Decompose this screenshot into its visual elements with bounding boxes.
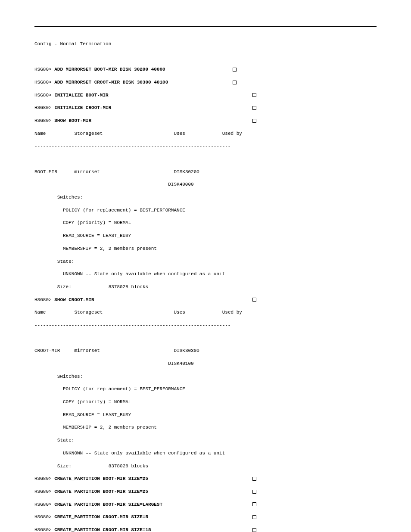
checkbox-icon: [252, 515, 256, 519]
sw-read: READ_SOURCE = LEAST_BUSY: [63, 233, 131, 238]
col-name: Name: [34, 131, 46, 136]
state-hdr: State:: [57, 259, 75, 264]
size-hdr: Size:: [57, 284, 72, 289]
separator: ----------------------------------------…: [34, 322, 377, 329]
cmd-show-boot: SHOW BOOT-MIR: [54, 118, 91, 123]
checkbox-icon: [252, 502, 256, 506]
cmd-init-croot: INITIALIZE CROOT-MIR: [54, 105, 111, 110]
croot-disk2: DISK40100: [168, 361, 193, 366]
checkbox-icon: [233, 68, 237, 72]
switches-hdr: Switches:: [57, 195, 83, 200]
checkbox-icon: [252, 477, 256, 481]
boot-disk1: DISK30200: [174, 169, 199, 174]
col-uses: Uses: [174, 131, 185, 136]
cmd-cp-croot5: CREATE_PARTITION CROOT-MIR SIZE=5: [54, 514, 148, 520]
croot-disk1: DISK30300: [174, 348, 199, 353]
size-val: 8378028 blocks: [109, 284, 148, 289]
cmd-add-boot: ADD MIRRORSET BOOT-MIR DISK 30200 40000: [54, 67, 165, 72]
terminal-output: Config - Normal Termination HSG80> ADD M…: [34, 34, 377, 532]
separator: ----------------------------------------…: [34, 143, 377, 149]
header-rule: [34, 26, 377, 27]
checkbox-icon: [252, 528, 256, 532]
col-usedby: Used by: [222, 131, 242, 136]
sw-policy: POLICY (for replacement) = BEST_PERFORMA…: [63, 208, 185, 213]
boot-disk2: DISK40000: [168, 182, 193, 187]
cmd-init-boot: INITIALIZE BOOT-MIR: [54, 93, 108, 98]
config-term: Config - Normal Termination: [34, 41, 377, 47]
boot-type: mirrorset: [74, 169, 100, 174]
checkbox-icon: [233, 81, 237, 84]
checkbox-icon: [252, 119, 256, 123]
col-storageset: Storageset: [74, 131, 103, 136]
state-unk: UNKNOWN -- State only available when con…: [63, 271, 225, 277]
sw-memb: MEMBERSHIP = 2, 2 members present: [63, 246, 157, 251]
checkbox-icon: [252, 106, 256, 110]
cmd-cp-boot-lg: CREATE_PARTITION BOOT-MIR SIZE=LARGEST: [54, 502, 162, 507]
cmd-cp-croot15: CREATE_PARTITION CROOT-MIR SIZE=15: [54, 527, 151, 532]
boot-name: BOOT-MIR: [34, 169, 57, 174]
checkbox-icon: [252, 93, 256, 97]
croot-name: CROOT-MIR: [34, 348, 60, 353]
cmd-show-croot: SHOW CROOT-MIR: [54, 297, 94, 302]
sw-copy: COPY (priority) = NORMAL: [63, 220, 131, 225]
prompt: HSG80>: [34, 67, 52, 72]
cmd-add-croot: ADD MIRRORSET CROOT-MIR DISK 30300 40100: [54, 80, 168, 85]
checkbox-icon: [252, 490, 256, 494]
cmd-cp-boot25b: CREATE_PARTITION BOOT-MIR SIZE=25: [54, 489, 148, 494]
cmd-cp-boot25a: CREATE_PARTITION BOOT-MIR SIZE=25: [54, 476, 148, 481]
checkbox-icon: [252, 298, 256, 302]
croot-type: mirrorset: [74, 348, 100, 353]
